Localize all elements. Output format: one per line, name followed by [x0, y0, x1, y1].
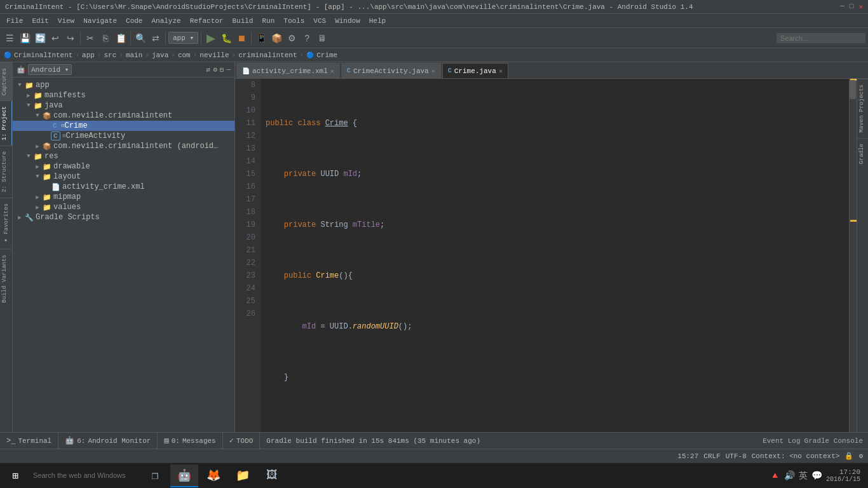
project-panel-tab[interactable]: 1: Project [0, 100, 13, 146]
structure-panel-tab[interactable]: 2: Structure [0, 146, 13, 198]
toolbar-btn-paste[interactable]: 📋 [114, 31, 128, 45]
run-btn[interactable]: ▶ [204, 31, 218, 45]
tree-item-app[interactable]: ▼ 📁 app [13, 80, 234, 90]
tree-item-xml[interactable]: 📄 activity_crime.xml [13, 182, 234, 192]
notification-icon[interactable]: 💬 [811, 470, 822, 481]
tree-item-drawable[interactable]: ▶ 📁 drawable [13, 161, 234, 172]
toolbar-btn-sync[interactable]: 🔄 [33, 31, 47, 45]
tree-item-layout[interactable]: ▼ 📁 layout [13, 172, 234, 182]
bc-src[interactable]: src [104, 51, 116, 59]
tree-item-package[interactable]: ▼ 📦 com.neville.criminalintent [13, 111, 234, 121]
menu-run[interactable]: Run [258, 16, 278, 26]
lang-icon[interactable]: 英 [799, 470, 808, 482]
messages-tab[interactable]: ▤ 0: Messages [158, 433, 222, 449]
toolbar-btn-1[interactable]: ☰ [3, 31, 17, 45]
menu-file[interactable]: File [3, 16, 27, 26]
app-selector[interactable]: app ▾ [168, 32, 198, 44]
tree-item-crimeactivity[interactable]: C ⌗ CrimeActivity [13, 131, 234, 141]
tab-crimeactivity[interactable]: C CrimeActivity.java ✕ [341, 63, 441, 78]
event-log-btn[interactable]: Event Log [763, 437, 800, 445]
toolbar-btn-replace[interactable]: ⇄ [149, 31, 163, 45]
taskbar-search-input[interactable] [33, 471, 135, 479]
taskbar-firefox[interactable]: 🦊 [200, 464, 227, 487]
tab-crime[interactable]: C Crime.java ✕ [442, 63, 508, 78]
vertical-scrollbar[interactable] [849, 79, 857, 432]
todo-tab[interactable]: ✓ TODO [223, 433, 261, 449]
tree-item-java[interactable]: ▼ 📁 java [13, 100, 234, 111]
help-btn[interactable]: ? [300, 31, 314, 45]
collapse-icon[interactable]: ⊟ [220, 65, 224, 74]
tree-item-res[interactable]: ▼ 📁 res [13, 151, 234, 161]
settings-btn[interactable]: ⚙ [285, 31, 299, 45]
android-monitor-tab[interactable]: 🤖 6: Android Monitor [58, 433, 158, 449]
bc-java[interactable]: java [152, 51, 168, 59]
bc-criminal[interactable]: CriminalIntent [14, 51, 72, 59]
menu-analyze[interactable]: Analyze [147, 16, 184, 26]
toolbar-btn-undo[interactable]: ↩ [48, 31, 62, 45]
minimize-btn[interactable]: ─ [840, 3, 844, 11]
toolbar-btn-redo[interactable]: ↪ [64, 31, 78, 45]
bc-main[interactable]: main [126, 51, 142, 59]
toolbar-extra[interactable]: 🖥 [315, 31, 329, 45]
avd-btn[interactable]: 📱 [254, 31, 268, 45]
menu-window[interactable]: Window [331, 16, 364, 26]
close-btn[interactable]: ✕ [858, 3, 863, 11]
menu-build[interactable]: Build [228, 16, 257, 26]
captures-panel-tab[interactable]: Captures [0, 62, 13, 100]
menu-navigate[interactable]: Navigate [79, 16, 121, 26]
toolbar-btn-copy[interactable]: ⎘ [98, 31, 112, 45]
taskbar-photos[interactable]: 🖼 [258, 464, 286, 487]
maven-projects-tab[interactable]: Maven Projects [857, 79, 868, 138]
tree-item-manifests[interactable]: ▶ 📁 manifests [13, 90, 234, 100]
menu-code[interactable]: Code [122, 16, 146, 26]
bc-app[interactable]: app [82, 51, 95, 59]
volume-icon[interactable]: 🔊 [784, 470, 795, 481]
status-crlf[interactable]: CRLF [703, 452, 720, 460]
tab-activity-xml[interactable]: 📄 activity_crime.xml ✕ [236, 63, 340, 78]
menu-tools[interactable]: Tools [280, 16, 308, 26]
scrollbar-thumb[interactable] [850, 80, 856, 99]
menu-refactor[interactable]: Refactor [186, 16, 227, 26]
toolbar-btn-cut[interactable]: ✂ [83, 31, 97, 45]
status-encoding[interactable]: UTF-8 [726, 452, 747, 460]
bc-neville[interactable]: neville [200, 51, 229, 59]
bc-crime[interactable]: Crime [316, 51, 337, 59]
menu-edit[interactable]: Edit [28, 16, 52, 26]
maximize-btn[interactable]: □ [850, 3, 854, 11]
network-icon[interactable]: 🔺 [770, 470, 780, 481]
tree-item-crime[interactable]: C ⌗ Crime [13, 121, 234, 131]
bc-com[interactable]: com [178, 51, 191, 59]
gradle-tab[interactable]: Gradle [857, 138, 868, 169]
stop-btn[interactable]: ⏹ [234, 31, 248, 45]
bc-criminalintent[interactable]: criminalintent [238, 51, 297, 59]
toolbar-btn-search[interactable]: 🔍 [133, 31, 147, 45]
menu-view[interactable]: View [54, 16, 78, 26]
taskbar-search[interactable] [28, 464, 140, 487]
taskbar-view[interactable]: ❐ [141, 464, 169, 487]
tab-close-xml[interactable]: ✕ [330, 67, 334, 75]
tree-item-values[interactable]: ▶ 📁 values [13, 202, 234, 212]
android-dropdown[interactable]: Android ▾ [28, 64, 72, 75]
tree-item-mipmap[interactable]: ▶ 📁 mipmap [13, 192, 234, 202]
tree-item-package-android[interactable]: ▶ 📦 com.neville.criminalintent (android… [13, 141, 234, 151]
taskbar-androidstudio[interactable]: 🤖 [170, 464, 198, 487]
favorites-panel-tab[interactable]: ★ Favorites [0, 198, 13, 249]
gear-icon[interactable]: ⚙ [213, 65, 217, 74]
code-content[interactable]: public class Crime { private UUID mId ; [261, 79, 849, 432]
start-button[interactable]: ⊞ [3, 463, 28, 489]
gradle-console-btn[interactable]: Gradle Console [804, 437, 863, 445]
sync-icon[interactable]: ⇄ [207, 65, 211, 74]
menu-vcs[interactable]: VCS [309, 16, 330, 26]
status-settings[interactable]: ⚙ [858, 452, 863, 460]
hide-icon[interactable]: — [226, 65, 231, 74]
debug-btn[interactable]: 🐛 [219, 31, 233, 45]
menu-help[interactable]: Help [365, 16, 390, 26]
sdk-btn[interactable]: 📦 [269, 31, 283, 45]
terminal-tab[interactable]: >_ Terminal [0, 433, 58, 449]
tree-item-gradle[interactable]: ▶ 🔧 Gradle Scripts [13, 212, 234, 222]
toolbar-btn-2[interactable]: 💾 [18, 31, 32, 45]
build-variants-tab[interactable]: Build Variants [0, 249, 13, 308]
tab-close-crime[interactable]: ✕ [499, 67, 503, 75]
taskbar-explorer[interactable]: 📁 [229, 464, 257, 487]
search-input[interactable] [776, 33, 865, 43]
